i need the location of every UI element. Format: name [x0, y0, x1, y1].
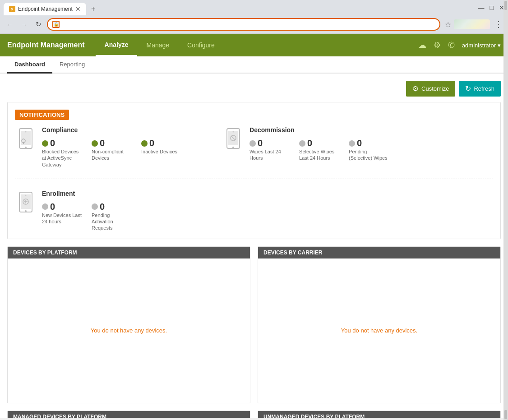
chart-devices-by-platform: DEVICES BY PLATFORM You do not have any …	[7, 246, 250, 403]
pending-activation-dot	[92, 203, 98, 210]
notif-divider	[15, 179, 493, 179]
metric-selective-wipes: 0 Selective Wipes Last 24 Hours	[299, 138, 340, 162]
new-devices-dot	[42, 203, 48, 210]
restore-button[interactable]: □	[490, 4, 494, 11]
svg-point-15	[25, 194, 27, 196]
chart-devices-by-carrier: DEVICES BY CARRIER You do not have any d…	[258, 246, 501, 403]
tab-reporting[interactable]: Reporting	[52, 56, 92, 74]
metric-pending-activation: 0 Pending Activation Requests	[92, 202, 132, 231]
wipes-label: Wipes Last 24 Hours	[249, 148, 290, 162]
enrollment-section: Enrollment 0 New Devices Last 24 hours	[15, 190, 132, 231]
tab-favicon: X	[9, 6, 15, 12]
notif-row-1: Compliance 0 Blocked Devices at ActiveSy…	[15, 126, 493, 168]
selective-wipes-value: 0	[299, 138, 312, 148]
address-bar[interactable]: 🔒	[47, 18, 440, 31]
blocked-dot	[42, 140, 48, 147]
metric-new-devices: 0 New Devices Last 24 hours	[42, 202, 83, 225]
minimize-button[interactable]: —	[478, 4, 485, 11]
notifications-sections: Compliance 0 Blocked Devices at ActiveSy…	[15, 126, 493, 231]
svg-rect-1	[21, 131, 31, 145]
decommission-section: Decommission 0 Wipes Last 24 Hours	[222, 126, 389, 162]
forward-button[interactable]: →	[18, 18, 30, 30]
tab-dashboard[interactable]: Dashboard	[7, 56, 52, 74]
notif-row-2: Enrollment 0 New Devices Last 24 hours	[15, 190, 493, 231]
metric-blocked-devices: 0 Blocked Devices at ActiveSync Gateway	[42, 138, 83, 168]
scrollbar[interactable]	[503, 0, 508, 420]
decommission-content: Decommission 0 Wipes Last 24 Hours	[249, 126, 389, 162]
blocked-devices-label: Blocked Devices at ActiveSync Gateway	[42, 148, 83, 168]
selective-wipes-dot	[299, 140, 305, 147]
compliance-section: Compliance 0 Blocked Devices at ActiveSy…	[15, 126, 177, 168]
reload-button[interactable]: ↻	[32, 18, 44, 30]
admin-label: administrator	[462, 42, 496, 49]
customize-button[interactable]: ⚙ Customize	[406, 81, 455, 97]
metric-noncompliant: 0 Non-compliant Devices	[92, 138, 132, 162]
selective-wipes-label: Selective Wipes Last 24 Hours	[299, 148, 340, 162]
back-button[interactable]: ←	[4, 18, 15, 30]
nav-items: Analyze Manage Configure	[96, 34, 418, 56]
chart-managed-devices: MANAGED DEVICES BY PLATFORM	[7, 411, 250, 418]
pending-wipes-label: Pending (Selective) Wipes	[349, 148, 389, 162]
chart-devices-by-carrier-body: You do not have any devices.	[258, 258, 500, 403]
metric-wipes: 0 Wipes Last 24 Hours	[249, 138, 290, 162]
nav-item-configure[interactable]: Configure	[178, 34, 224, 56]
compliance-title: Compliance	[42, 126, 177, 134]
blocked-devices-value: 0	[42, 138, 55, 148]
inactive-value: 0	[141, 138, 154, 148]
refresh-button[interactable]: ↻ Refresh	[459, 81, 501, 97]
pending-wipes-value: 0	[349, 138, 362, 148]
svg-point-14	[25, 210, 27, 212]
noncompliant-label: Non-compliant Devices	[92, 148, 132, 162]
tab-close-button[interactable]: ✕	[75, 5, 81, 13]
decommission-device-icon	[222, 126, 244, 152]
no-devices-platform-text: You do not have any devices.	[91, 327, 167, 334]
settings-icon[interactable]: ⚙	[434, 40, 441, 50]
tab-bar: Dashboard Reporting	[0, 56, 508, 74]
main-content: ⚙ Customize ↻ Refresh NOTIFICATIONS	[0, 74, 508, 418]
chart-unmanaged-devices: UNMANAGED DEVICES BY PLATFORM	[258, 411, 501, 418]
charts-row-1: DEVICES BY PLATFORM You do not have any …	[7, 246, 501, 403]
chart-devices-by-carrier-header: DEVICES BY CARRIER	[258, 247, 500, 258]
new-tab-button[interactable]: +	[88, 4, 99, 14]
no-devices-carrier-text: You do not have any devices.	[341, 327, 417, 334]
top-nav-right: ☁ ⚙ ✆ administrator ▾	[418, 40, 501, 50]
phone-icon[interactable]: ✆	[448, 40, 455, 50]
app-logo: Endpoint Management	[7, 41, 85, 49]
tab-title: Endpoint Management	[18, 6, 73, 12]
new-devices-label: New Devices Last 24 hours	[42, 212, 83, 225]
svg-point-9	[233, 131, 234, 133]
more-options-button[interactable]: ⋮	[493, 19, 504, 29]
notifications-header: NOTIFICATIONS	[15, 110, 69, 120]
wipes-dot	[249, 140, 256, 147]
cloud-icon[interactable]: ☁	[418, 40, 426, 50]
browser-tab[interactable]: X Endpoint Management ✕	[4, 3, 86, 15]
noncompliant-value: 0	[92, 138, 105, 148]
bookmark-button[interactable]: ☆	[445, 20, 451, 29]
profile-area	[454, 19, 490, 29]
customize-gear-icon: ⚙	[412, 84, 419, 93]
new-devices-value: 0	[42, 202, 55, 212]
window-controls: — □ ✕	[478, 4, 504, 14]
enrollment-metrics: 0 New Devices Last 24 hours 0	[42, 202, 132, 231]
refresh-icon: ↻	[465, 84, 471, 93]
svg-point-3	[25, 131, 27, 133]
decommission-title: Decommission	[249, 126, 389, 134]
inactive-dot	[141, 140, 148, 147]
nav-item-manage[interactable]: Manage	[137, 34, 178, 56]
wipes-value: 0	[249, 138, 263, 148]
admin-menu[interactable]: administrator ▾	[462, 42, 501, 49]
content-toolbar: ⚙ Customize ↻ Refresh	[7, 81, 501, 97]
enrollment-mobile-icon	[18, 192, 34, 213]
chart-devices-by-platform-header: DEVICES BY PLATFORM	[8, 247, 250, 258]
top-nav: Endpoint Management Analyze Manage Confi…	[0, 34, 508, 56]
pending-wipes-dot	[349, 140, 355, 147]
inactive-label: Inactive Devices	[141, 148, 177, 155]
enrollment-content: Enrollment 0 New Devices Last 24 hours	[42, 190, 132, 231]
lock-icon: 🔒	[52, 21, 60, 28]
enrollment-device-icon	[15, 190, 37, 215]
nav-item-analyze[interactable]: Analyze	[96, 34, 138, 56]
charts-row-2: MANAGED DEVICES BY PLATFORM UNMANAGED DE…	[7, 411, 501, 418]
compliance-content: Compliance 0 Blocked Devices at ActiveSy…	[42, 126, 177, 168]
svg-point-8	[232, 147, 234, 148]
noncompliant-dot	[92, 140, 98, 147]
